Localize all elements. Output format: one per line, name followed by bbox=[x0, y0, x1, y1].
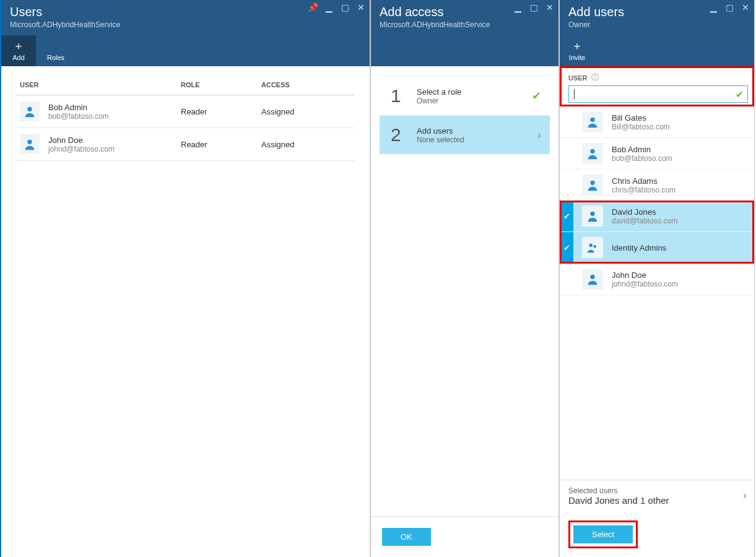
svg-point-10 bbox=[590, 275, 594, 279]
user-search-area: USER ⓘ ✔ bbox=[560, 66, 754, 106]
check-icon: ✔ bbox=[560, 201, 573, 231]
minimize-icon[interactable]: ▁ bbox=[513, 2, 523, 12]
table-row[interactable]: Bob Admin bob@fabtoso.com Reader Assigne… bbox=[16, 95, 355, 128]
user-picker-list: ✔ Bill Gates Bill@fabtoso.com ✔ Bob Admi… bbox=[560, 106, 754, 295]
add-button[interactable]: ＋ Add bbox=[1, 35, 36, 66]
minimize-icon[interactable]: ▁ bbox=[708, 2, 718, 12]
pin-icon[interactable]: 📌 bbox=[308, 2, 318, 12]
user-name: Identity Admins bbox=[612, 243, 666, 253]
user-name: John Doe bbox=[612, 270, 678, 280]
maximize-icon[interactable]: ▢ bbox=[340, 2, 350, 12]
step-select-role[interactable]: 1 Select a role Owner ✔ bbox=[380, 76, 550, 115]
step-sub: Owner bbox=[417, 97, 461, 105]
blade-add-users: ▁ ▢ ✕ Add users Owner ＋ Invite USER ⓘ ✔ bbox=[559, 0, 755, 557]
info-icon[interactable]: ⓘ bbox=[591, 72, 599, 83]
ok-button[interactable]: OK bbox=[382, 528, 431, 546]
svg-point-2 bbox=[27, 107, 32, 111]
toolbar-label: Invite bbox=[569, 54, 585, 61]
user-email: johnd@fabtoso.com bbox=[48, 145, 115, 153]
svg-point-4 bbox=[590, 118, 594, 122]
user-email: Bill@fabtoso.com bbox=[612, 123, 670, 131]
list-item[interactable]: ✔ David Jones david@fabtoso.com bbox=[560, 201, 754, 232]
page-subtitle: Microsoft.ADHybridHealthService bbox=[10, 20, 361, 29]
search-label: USER bbox=[568, 74, 588, 82]
avatar-icon bbox=[582, 269, 603, 290]
svg-point-3 bbox=[27, 140, 32, 144]
toolbar-label: Add bbox=[12, 54, 25, 61]
toolbar-label: Roles bbox=[47, 54, 64, 61]
check-icon: ✔ bbox=[532, 89, 541, 103]
user-name: David Jones bbox=[612, 207, 677, 217]
invite-button[interactable]: ＋ Invite bbox=[560, 35, 594, 66]
blade-header: 📌 ▁ ▢ ✕ Users Microsoft.ADHybridHealthSe… bbox=[1, 0, 370, 66]
col-role: ROLE bbox=[181, 81, 255, 89]
plus-icon: ＋ bbox=[571, 40, 583, 51]
avatar-icon bbox=[582, 205, 603, 227]
blade-header: ▁ ▢ ✕ Add access Microsoft.ADHybridHealt… bbox=[371, 0, 558, 66]
svg-point-8 bbox=[589, 244, 593, 248]
users-table: USER ROLE ACCESS Bob Admin bob@fabtoso.c… bbox=[1, 66, 370, 170]
summary-title: Selected users bbox=[568, 486, 745, 495]
user-email: johnd@fabtoso.com bbox=[612, 280, 678, 288]
blade-users: 📌 ▁ ▢ ✕ Users Microsoft.ADHybridHealthSe… bbox=[0, 0, 370, 557]
step-number: 1 bbox=[391, 85, 407, 106]
avatar-icon bbox=[20, 134, 40, 154]
step-sub: None selected bbox=[417, 136, 464, 144]
col-user: USER bbox=[20, 81, 175, 89]
user-name: Bill Gates bbox=[612, 113, 670, 123]
text-cursor-icon bbox=[574, 89, 575, 99]
user-name: Chris Adams bbox=[612, 176, 676, 186]
step-number: 2 bbox=[391, 124, 407, 145]
chevron-right-icon: › bbox=[743, 489, 747, 502]
step-title: Add users bbox=[417, 126, 464, 136]
avatar-icon bbox=[20, 101, 40, 121]
window-controls: ▁ ▢ ✕ bbox=[708, 2, 750, 12]
user-name: Bob Admin bbox=[48, 103, 109, 112]
list-item[interactable]: ✔ Bob Admin bob@fabtoso.com bbox=[560, 138, 754, 170]
window-controls: ▁ ▢ ✕ bbox=[513, 2, 555, 12]
chevron-right-icon: › bbox=[537, 129, 541, 142]
blade-add-access: ▁ ▢ ✕ Add access Microsoft.ADHybridHealt… bbox=[370, 0, 559, 557]
table-row[interactable]: John Doe johnd@fabtoso.com Reader Assign… bbox=[16, 128, 355, 161]
close-icon[interactable]: ✕ bbox=[545, 2, 555, 12]
close-icon[interactable]: ✕ bbox=[356, 2, 366, 12]
selected-users-highlight: ✔ David Jones david@fabtoso.com ✔ Identi… bbox=[560, 201, 754, 264]
svg-point-5 bbox=[590, 149, 594, 153]
svg-point-6 bbox=[590, 181, 594, 185]
close-icon[interactable]: ✕ bbox=[741, 2, 750, 12]
check-icon: ✔ bbox=[560, 232, 573, 263]
roles-button[interactable]: Roles bbox=[38, 35, 73, 66]
list-item[interactable]: ✔ Bill Gates Bill@fabtoso.com bbox=[560, 106, 754, 138]
step-add-users[interactable]: 2 Add users None selected › bbox=[380, 115, 550, 154]
col-access: ACCESS bbox=[261, 81, 336, 89]
summary-body: David Jones and 1 other bbox=[568, 495, 745, 506]
list-item[interactable]: ✔ John Doe johnd@fabtoso.com bbox=[560, 264, 754, 295]
selected-users-summary[interactable]: Selected users David Jones and 1 other › bbox=[560, 480, 754, 512]
user-access: Assigned bbox=[261, 107, 336, 116]
blade-header: ▁ ▢ ✕ Add users Owner ＋ Invite bbox=[560, 0, 754, 66]
minimize-icon[interactable]: ▁ bbox=[324, 2, 334, 12]
window-controls: 📌 ▁ ▢ ✕ bbox=[308, 2, 366, 12]
step-title: Select a role bbox=[417, 87, 461, 97]
plus-icon: ＋ bbox=[13, 40, 24, 51]
user-access: Assigned bbox=[261, 140, 336, 149]
user-role: Reader bbox=[181, 107, 255, 116]
svg-point-7 bbox=[590, 212, 594, 216]
maximize-icon[interactable]: ▢ bbox=[529, 2, 539, 12]
user-email: bob@fabtoso.com bbox=[612, 154, 672, 163]
avatar-icon bbox=[582, 237, 603, 258]
user-search-input[interactable]: ✔ bbox=[568, 85, 748, 103]
page-subtitle: Owner bbox=[568, 20, 745, 29]
page-subtitle: Microsoft.ADHybridHealthService bbox=[380, 20, 550, 29]
list-item[interactable]: ✔ Identity Admins bbox=[560, 232, 754, 264]
avatar-icon bbox=[582, 143, 603, 164]
avatar-icon bbox=[582, 175, 603, 196]
check-icon: ✔ bbox=[736, 89, 744, 100]
user-email: bob@fabtoso.com bbox=[48, 112, 109, 121]
select-button[interactable]: Select bbox=[573, 525, 633, 543]
maximize-icon[interactable]: ▢ bbox=[724, 2, 734, 12]
list-item[interactable]: ✔ Chris Adams chris@fabtoso.com bbox=[560, 170, 754, 201]
user-name: Bob Admin bbox=[612, 145, 672, 154]
user-email: chris@fabtoso.com bbox=[612, 186, 676, 194]
user-name: John Doe bbox=[48, 136, 115, 145]
